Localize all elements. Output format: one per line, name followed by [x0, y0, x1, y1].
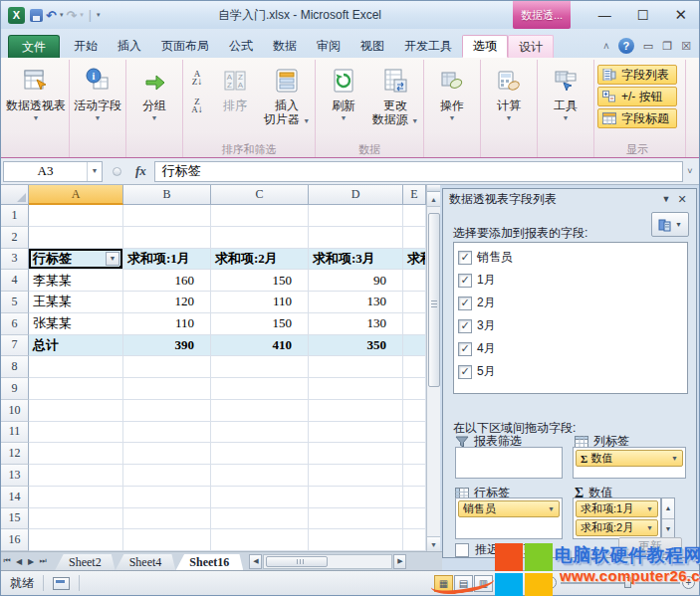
cell-B15[interactable]: [123, 508, 211, 530]
row-header-4[interactable]: 4: [1, 270, 29, 292]
workbook-restore-icon[interactable]: ❐: [662, 40, 672, 53]
pane-menu-icon[interactable]: ▼: [658, 194, 674, 204]
cell-C5[interactable]: 110: [211, 292, 309, 313]
actions-button[interactable]: 操作 ▼: [427, 61, 477, 140]
vertical-scrollbar[interactable]: ▲ ▼: [426, 185, 440, 551]
cell-E9[interactable]: [403, 378, 426, 400]
cell-B10[interactable]: [123, 400, 211, 422]
row-field-pill[interactable]: 销售员 ▼: [458, 500, 560, 517]
cell-E14[interactable]: [403, 487, 426, 508]
cell-B14[interactable]: [123, 487, 211, 508]
prev-sheet-icon[interactable]: ◀: [13, 557, 25, 566]
defer-layout-checkbox[interactable]: [455, 543, 469, 557]
collapse-ribbon-icon[interactable]: ˄: [603, 41, 609, 52]
cell-A9[interactable]: [29, 378, 123, 400]
cell-A11[interactable]: [29, 422, 123, 444]
field-item-销售员[interactable]: ✓销售员: [456, 246, 685, 269]
redo-button[interactable]: ↷: [66, 9, 77, 22]
workbook-close-icon[interactable]: ☒: [681, 40, 691, 53]
cell-D5[interactable]: 130: [309, 292, 403, 313]
sort-ascending-icon[interactable]: AZ↓: [186, 67, 208, 89]
hscroll-left-icon[interactable]: ◀: [249, 554, 262, 569]
cell-E7[interactable]: [403, 335, 426, 357]
vertical-split-handle[interactable]: [427, 185, 440, 192]
cell-E1[interactable]: [403, 205, 426, 227]
column-header-E[interactable]: E: [403, 185, 426, 205]
cell-E12[interactable]: [403, 443, 426, 465]
cell-B4[interactable]: 160: [123, 270, 211, 292]
cell-E2[interactable]: [403, 227, 426, 249]
cell-C10[interactable]: [211, 400, 309, 422]
tools-button[interactable]: 工具 ▼: [541, 61, 590, 140]
cell-D9[interactable]: [309, 378, 403, 400]
calculations-button[interactable]: 计算 ▼: [484, 61, 534, 140]
cell-A14[interactable]: [29, 487, 123, 508]
zoom-out-icon[interactable]: −: [544, 576, 557, 589]
row-labels-area[interactable]: 销售员 ▼: [455, 497, 563, 539]
column-header-C[interactable]: C: [211, 185, 309, 205]
column-header-B[interactable]: B: [123, 185, 211, 205]
cell-A1[interactable]: [29, 205, 123, 227]
page-layout-view-icon[interactable]: ▤: [454, 575, 473, 592]
select-all-corner[interactable]: [1, 185, 29, 205]
values-scroll-down-icon[interactable]: ▼: [662, 519, 674, 539]
cell-A6[interactable]: 张某某: [29, 313, 123, 335]
cell-E11[interactable]: [403, 422, 426, 444]
last-sheet-icon[interactable]: ⏭: [37, 556, 49, 566]
row-header-5[interactable]: 5: [1, 292, 29, 313]
sheet-tab-sheet16[interactable]: Sheet16: [175, 554, 243, 571]
group-button[interactable]: 分组 ▼: [129, 61, 179, 140]
cell-E15[interactable]: [403, 508, 426, 530]
tab-data[interactable]: 数据: [263, 35, 307, 58]
cell-C9[interactable]: [211, 378, 309, 400]
row-header-2[interactable]: 2: [1, 227, 29, 249]
field-checkbox[interactable]: ✓: [458, 297, 472, 310]
row-header-11[interactable]: 11: [1, 422, 29, 444]
cell-D2[interactable]: [309, 227, 403, 249]
cell-E8[interactable]: [403, 356, 426, 378]
field-headers-toggle[interactable]: 字段标题: [597, 108, 677, 128]
field-item-3月[interactable]: ✓3月: [456, 314, 685, 337]
pane-layout-button[interactable]: ▼: [651, 212, 689, 237]
cell-A16[interactable]: [29, 529, 123, 551]
cell-B8[interactable]: [123, 356, 211, 378]
cell-A15[interactable]: [29, 508, 123, 530]
sheet-tab-sheet2[interactable]: Sheet2: [55, 554, 116, 571]
cell-D10[interactable]: [309, 400, 403, 422]
cell-B2[interactable]: [123, 227, 211, 249]
undo-dropdown-icon[interactable]: ▾: [60, 11, 64, 19]
cell-A4[interactable]: 李某某: [29, 270, 123, 292]
cell-E5[interactable]: [403, 292, 426, 313]
sheet-tab-sheet4[interactable]: Sheet4: [116, 554, 176, 571]
cell-E16[interactable]: [403, 529, 426, 551]
minimize-icon[interactable]: —: [598, 8, 611, 23]
name-box-dropdown-icon[interactable]: ▼: [87, 162, 102, 181]
insert-function-icon[interactable]: fx: [135, 163, 146, 179]
values-scroll-arrows[interactable]: ▲ ▼: [661, 497, 675, 539]
save-icon[interactable]: [30, 9, 43, 22]
pill-dropdown-icon[interactable]: ▼: [646, 524, 653, 531]
cell-A8[interactable]: [29, 356, 123, 378]
value-field-pill[interactable]: 求和项:1月▼: [576, 500, 658, 517]
cell-C14[interactable]: [211, 487, 309, 508]
pill-dropdown-icon[interactable]: ▼: [646, 505, 653, 512]
cell-D4[interactable]: 90: [309, 270, 403, 292]
pill-dropdown-icon[interactable]: ▼: [671, 455, 678, 462]
cell-B6[interactable]: 110: [123, 313, 211, 335]
field-item-1月[interactable]: ✓1月: [456, 269, 685, 292]
name-box[interactable]: A3 ▼: [3, 161, 103, 182]
row-header-1[interactable]: 1: [1, 205, 29, 227]
workbook-minimize-icon[interactable]: ▭: [643, 40, 653, 53]
cell-D14[interactable]: [309, 487, 403, 508]
cell-A7[interactable]: 总计: [29, 335, 123, 357]
field-item-4月[interactable]: ✓4月: [456, 337, 685, 360]
active-field-button[interactable]: i 活动字段 ▼: [73, 61, 122, 140]
cell-A3[interactable]: 行标签▼: [29, 249, 123, 271]
pane-close-icon[interactable]: ✕: [674, 193, 690, 206]
cell-E10[interactable]: [403, 400, 426, 422]
cell-C4[interactable]: 150: [211, 270, 309, 292]
cell-A13[interactable]: [29, 465, 123, 487]
cell-C11[interactable]: [211, 422, 309, 444]
cell-D3[interactable]: 求和项:3月: [309, 249, 403, 271]
formula-input[interactable]: 行标签: [154, 161, 683, 182]
